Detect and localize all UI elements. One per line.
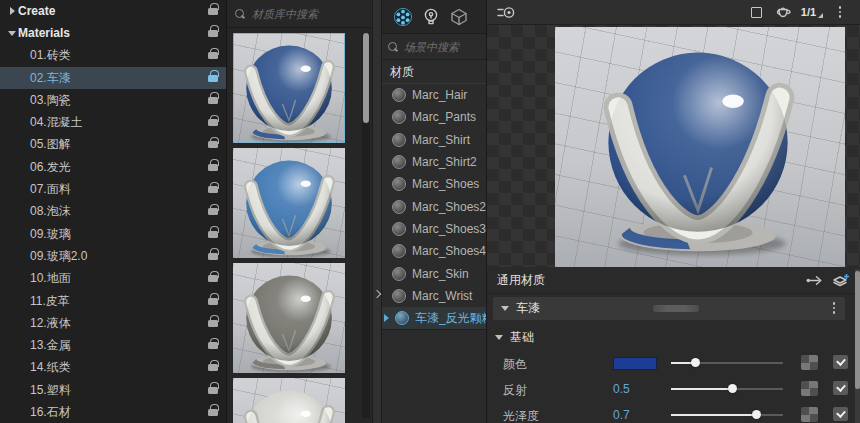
param-slider[interactable] bbox=[671, 352, 783, 374]
lock-icon[interactable] bbox=[208, 119, 218, 126]
float-window-icon[interactable] bbox=[746, 2, 766, 22]
param-checkbox[interactable] bbox=[833, 407, 848, 421]
lock-icon[interactable] bbox=[208, 164, 218, 171]
menu-dots-icon[interactable] bbox=[830, 2, 850, 22]
lock-icon[interactable] bbox=[208, 253, 218, 260]
param-slider[interactable] bbox=[671, 378, 783, 400]
tree-item-create[interactable]: Create bbox=[0, 0, 226, 22]
param-checkbox[interactable] bbox=[833, 381, 848, 395]
tree-item-category[interactable]: 12.液体 bbox=[0, 312, 226, 334]
scene-material-item[interactable]: Marc_Wrist bbox=[382, 285, 486, 307]
param-slider[interactable] bbox=[671, 404, 783, 423]
tree-item-category[interactable]: 14.纸类 bbox=[0, 357, 226, 379]
param-checkbox[interactable] bbox=[833, 355, 848, 369]
lock-icon[interactable] bbox=[208, 342, 218, 349]
material-thumbnail-selected[interactable] bbox=[233, 33, 345, 143]
material-layer-row[interactable]: 车漆 bbox=[493, 297, 845, 320]
scene-material-item[interactable]: Marc_Hair bbox=[382, 84, 486, 106]
scene-material-item[interactable]: Marc_Shoes bbox=[382, 173, 486, 195]
scene-material-item[interactable]: Marc_Pants bbox=[382, 106, 486, 128]
scene-search-input[interactable] bbox=[404, 41, 480, 53]
preview-page-indicator[interactable]: 1/1 bbox=[802, 2, 822, 22]
tree-item-category[interactable]: 15.塑料 bbox=[0, 379, 226, 401]
collapse-chevron-icon[interactable] bbox=[373, 290, 381, 298]
scene-material-item[interactable]: Marc_Shoes4 bbox=[382, 240, 486, 262]
param-value[interactable]: 0.5 bbox=[613, 382, 630, 396]
tree-item-category[interactable]: 05.图解 bbox=[0, 134, 226, 156]
lock-icon[interactable] bbox=[208, 275, 218, 282]
lock-icon[interactable] bbox=[208, 141, 218, 148]
tree-item-category[interactable]: 16.石材 bbox=[0, 401, 226, 423]
lock-icon[interactable] bbox=[208, 320, 218, 327]
material-thumbnail[interactable] bbox=[233, 378, 345, 423]
layer-menu-dots-icon[interactable] bbox=[833, 302, 836, 314]
scene-material-item[interactable]: Marc_Shoes2 bbox=[382, 195, 486, 217]
library-search-input[interactable] bbox=[252, 8, 364, 20]
material-thumbnail[interactable] bbox=[233, 148, 345, 258]
lock-icon[interactable] bbox=[208, 97, 218, 104]
lock-icon[interactable] bbox=[208, 364, 218, 371]
node-link-icon[interactable] bbox=[497, 5, 516, 20]
checker-texture-icon[interactable] bbox=[801, 381, 818, 396]
collapse-arrow-icon[interactable] bbox=[6, 31, 18, 36]
tree-item-category[interactable]: 10.地面 bbox=[0, 268, 226, 290]
layer-weight-slider[interactable] bbox=[653, 305, 699, 312]
tree-item-category[interactable]: 09.玻璃 bbox=[0, 223, 226, 245]
library-scrollbar[interactable] bbox=[362, 33, 370, 418]
tree-item-category[interactable]: 03.陶瓷 bbox=[0, 89, 226, 111]
scene-material-item[interactable]: Marc_Shirt bbox=[382, 129, 486, 151]
param-row-glossiness: 光泽度 0.7 bbox=[487, 404, 860, 423]
lock-icon[interactable] bbox=[208, 186, 218, 193]
geometry-cube-icon[interactable] bbox=[449, 7, 469, 27]
collapse-arrow-icon[interactable] bbox=[495, 335, 503, 340]
lock-icon[interactable] bbox=[208, 8, 218, 15]
tree-item-materials[interactable]: Materials bbox=[0, 22, 226, 44]
tree-item-category[interactable]: 06.发光 bbox=[0, 156, 226, 178]
scrollbar-thumb[interactable] bbox=[855, 271, 860, 389]
scrollbar-thumb[interactable] bbox=[363, 33, 369, 123]
material-thumbnail[interactable] bbox=[233, 263, 345, 373]
checker-texture-icon[interactable] bbox=[801, 355, 818, 370]
tree-item-category[interactable]: 08.泡沫 bbox=[0, 201, 226, 223]
route-arrow-icon[interactable] bbox=[806, 275, 823, 286]
slider-handle[interactable] bbox=[752, 410, 761, 419]
scene-material-item[interactable]: Marc_Shirt2 bbox=[382, 151, 486, 173]
collapse-arrow-icon[interactable] bbox=[501, 306, 509, 311]
scene-material-item[interactable]: Marc_Shoes3 bbox=[382, 218, 486, 240]
material-sphere-icon[interactable] bbox=[393, 7, 413, 27]
lock-icon[interactable] bbox=[208, 208, 218, 215]
lock-icon[interactable] bbox=[208, 231, 218, 238]
properties-scrollbar[interactable] bbox=[855, 269, 860, 423]
library-search-bar[interactable] bbox=[227, 0, 372, 28]
tree-item-category[interactable]: 13.金属 bbox=[0, 334, 226, 356]
lock-icon[interactable] bbox=[208, 387, 218, 394]
panel-collapse-strip[interactable] bbox=[372, 0, 382, 423]
lock-icon[interactable] bbox=[208, 30, 218, 37]
checker-texture-icon[interactable] bbox=[801, 407, 818, 422]
add-layer-icon[interactable] bbox=[832, 273, 850, 288]
scene-material-item-selected[interactable]: 车漆_反光颗粒 bbox=[382, 307, 486, 329]
slider-handle[interactable] bbox=[691, 358, 700, 367]
material-preview-area[interactable] bbox=[487, 25, 860, 267]
light-bulb-icon[interactable] bbox=[422, 7, 440, 27]
scene-material-item[interactable]: Marc_Skin bbox=[382, 262, 486, 284]
tree-item-category[interactable]: 01.砖类 bbox=[0, 45, 226, 67]
tree-item-category[interactable]: 04.混凝土 bbox=[0, 111, 226, 133]
teapot-render-icon[interactable] bbox=[774, 2, 794, 22]
basic-group-row[interactable]: 基础 bbox=[493, 328, 534, 346]
expand-arrow-icon[interactable] bbox=[6, 7, 18, 15]
scene-search-bar[interactable] bbox=[382, 34, 486, 60]
lock-icon[interactable] bbox=[208, 409, 218, 416]
lock-icon[interactable] bbox=[208, 52, 218, 59]
slider-handle[interactable] bbox=[728, 384, 737, 393]
expand-arrow-icon[interactable] bbox=[384, 314, 389, 322]
tree-item-category[interactable]: 11.皮革 bbox=[0, 290, 226, 312]
sphere-icon bbox=[392, 177, 406, 191]
param-value[interactable]: 0.7 bbox=[613, 408, 630, 422]
lock-icon[interactable] bbox=[208, 298, 218, 305]
tree-item-category-selected[interactable]: 02.车漆 bbox=[0, 67, 226, 89]
color-swatch[interactable] bbox=[613, 357, 657, 370]
tree-item-category[interactable]: 09.玻璃2.0 bbox=[0, 245, 226, 267]
tree-item-category[interactable]: 07.面料 bbox=[0, 178, 226, 200]
lock-icon[interactable] bbox=[208, 75, 218, 82]
